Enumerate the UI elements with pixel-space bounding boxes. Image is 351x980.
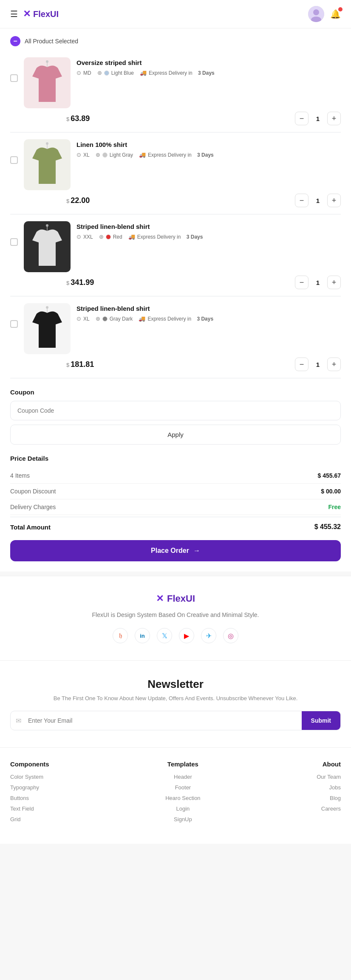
- product-price: $ 181.81: [66, 360, 94, 369]
- coupon-input-wrap: [10, 401, 341, 420]
- footer-link-header[interactable]: Header: [165, 774, 200, 780]
- submit-button[interactable]: Submit: [302, 711, 340, 730]
- footer-link-login[interactable]: Login: [165, 805, 200, 812]
- product-name: Striped linen-blend shirt: [76, 223, 341, 230]
- size-icon: ⊙: [76, 70, 81, 76]
- increase-qty-button[interactable]: +: [327, 112, 341, 125]
- newsletter-title: Newsletter: [10, 678, 341, 691]
- product-checkbox[interactable]: [10, 320, 18, 328]
- arrow-right-icon: →: [193, 547, 200, 555]
- decrease-qty-button[interactable]: −: [295, 276, 309, 289]
- footer-link-signup[interactable]: SignUp: [165, 816, 200, 822]
- total-label: Total Amount: [10, 524, 51, 531]
- footer-link-footer[interactable]: Footer: [165, 784, 200, 791]
- decrease-qty-button[interactable]: −: [295, 112, 309, 125]
- footer-link-text-field[interactable]: Text Field: [10, 805, 49, 812]
- place-order-label: Place Order: [151, 547, 189, 555]
- delivery-attr: 🚚 Express Delivery in 3 Days: [128, 234, 203, 240]
- coupon-discount-value: $ 00.00: [321, 488, 341, 495]
- dollar-sign: $: [66, 116, 69, 122]
- footer-col-about: About Our Team Jobs Blog Careers: [317, 760, 341, 827]
- increase-qty-button[interactable]: +: [327, 358, 341, 371]
- instagram-icon[interactable]: ◎: [223, 628, 238, 643]
- footer-link-our-team[interactable]: Our Team: [317, 774, 341, 780]
- coupon-input[interactable]: [17, 407, 334, 414]
- footer-link-jobs[interactable]: Jobs: [317, 784, 341, 791]
- linkedin-icon[interactable]: in: [135, 628, 150, 643]
- total-row: Total Amount $ 455.32: [10, 517, 341, 532]
- about-heading: About: [317, 760, 341, 768]
- product-top: Striped linen-blend shirt ⊙ XXL ⊛ Red 🚚 …: [10, 221, 341, 272]
- total-value: $ 455.32: [314, 523, 341, 531]
- items-price-row: 4 Items $ 455.67: [10, 468, 341, 484]
- product-name: Striped linen-blend shirt: [76, 305, 341, 312]
- telegram-icon[interactable]: ✈: [201, 628, 216, 643]
- main-content: − All Product Selected Oversize striped …: [0, 28, 351, 572]
- email-icon: ✉: [11, 717, 26, 725]
- figma-icon[interactable]: 𝔥: [113, 628, 128, 643]
- quantity-value: 1: [314, 279, 322, 286]
- decrease-qty-button[interactable]: −: [295, 358, 309, 371]
- logo[interactable]: ✕ FlexUI: [23, 8, 59, 20]
- avatar[interactable]: [308, 6, 324, 22]
- product-bottom: $ 181.81 − 1 +: [10, 358, 341, 371]
- product-info: Striped linen-blend shirt ⊙ XL ⊛ Gray Da…: [76, 303, 341, 327]
- color-icon: ⊛: [99, 234, 104, 240]
- product-top: Oversize striped shirt ⊙ MD ⊛ Light Blue…: [10, 57, 341, 108]
- apply-coupon-button[interactable]: Apply: [10, 425, 341, 445]
- logo-text: FlexUI: [33, 9, 59, 19]
- product-price: $ 22.00: [66, 196, 90, 205]
- size-attr: ⊙ XL: [76, 315, 90, 322]
- delivery-icon: 🚚: [139, 315, 145, 322]
- dollar-sign: $: [66, 362, 69, 368]
- product-card: Oversize striped shirt ⊙ MD ⊛ Light Blue…: [10, 51, 341, 132]
- footer-col-components: Components Color System Typography Butto…: [10, 760, 49, 827]
- social-icons-row: 𝔥 in 𝕏 ▶ ✈ ◎: [10, 628, 341, 643]
- notification-badge: [338, 7, 343, 11]
- coupon-section: Coupon Apply: [10, 378, 341, 445]
- footer-link-grid[interactable]: Grid: [10, 816, 49, 822]
- decrease-qty-button[interactable]: −: [295, 194, 309, 207]
- product-info: Oversize striped shirt ⊙ MD ⊛ Light Blue…: [76, 57, 341, 81]
- delivery-attr: 🚚 Express Delivery in 3 Days: [140, 70, 215, 76]
- notification-bell-icon[interactable]: 🔔: [330, 9, 341, 19]
- increase-qty-button[interactable]: +: [327, 276, 341, 289]
- delivery-charges-label: Delivery Charges: [10, 504, 56, 510]
- coupon-discount-row: Coupon Discount $ 00.00: [10, 484, 341, 499]
- footer-link-careers[interactable]: Careers: [317, 805, 341, 812]
- color-icon: ⊛: [96, 152, 100, 158]
- footer-link-color-system[interactable]: Color System: [10, 774, 49, 780]
- footer-logo: ✕ FlexUI: [10, 593, 341, 604]
- delivery-icon: 🚚: [140, 70, 147, 76]
- product-top: Striped linen-blend shirt ⊙ XL ⊛ Gray Da…: [10, 303, 341, 354]
- size-icon: ⊙: [76, 315, 81, 322]
- product-name: Oversize striped shirt: [76, 59, 341, 66]
- product-checkbox[interactable]: [10, 74, 18, 82]
- increase-qty-button[interactable]: +: [327, 194, 341, 207]
- product-image: [24, 139, 71, 190]
- product-info: Linen 100% shirt ⊙ XL ⊛ Light Gray 🚚 Exp…: [76, 139, 341, 163]
- footer-link-hero-section[interactable]: Hearo Section: [165, 795, 200, 801]
- color-attr: ⊛ Light Blue: [97, 70, 134, 76]
- quantity-control: − 1 +: [295, 194, 341, 207]
- footer-link-blog[interactable]: Blog: [317, 795, 341, 801]
- items-label: 4 Items: [10, 472, 30, 479]
- footer-link-buttons[interactable]: Buttons: [10, 795, 49, 801]
- product-card: Linen 100% shirt ⊙ XL ⊛ Light Gray 🚚 Exp…: [10, 132, 341, 214]
- quantity-value: 1: [314, 197, 322, 204]
- quantity-value: 1: [314, 361, 322, 368]
- product-checkbox[interactable]: [10, 238, 18, 246]
- menu-icon[interactable]: ☰: [10, 9, 18, 19]
- newsletter-section: Newsletter Be The First One To Know Abou…: [0, 660, 351, 747]
- twitter-icon[interactable]: 𝕏: [157, 628, 172, 643]
- place-order-button[interactable]: Place Order →: [10, 540, 341, 561]
- product-checkbox[interactable]: [10, 156, 18, 164]
- footer-links: Components Color System Typography Butto…: [0, 747, 351, 844]
- delivery-charges-row: Delivery Charges Free: [10, 499, 341, 515]
- email-input[interactable]: [26, 711, 302, 730]
- footer-link-typography[interactable]: Typography: [10, 784, 49, 791]
- youtube-icon[interactable]: ▶: [179, 628, 194, 643]
- deselect-all-button[interactable]: −: [10, 36, 20, 46]
- footer-logo-text: FlexUI: [167, 593, 195, 604]
- quantity-value: 1: [314, 115, 322, 122]
